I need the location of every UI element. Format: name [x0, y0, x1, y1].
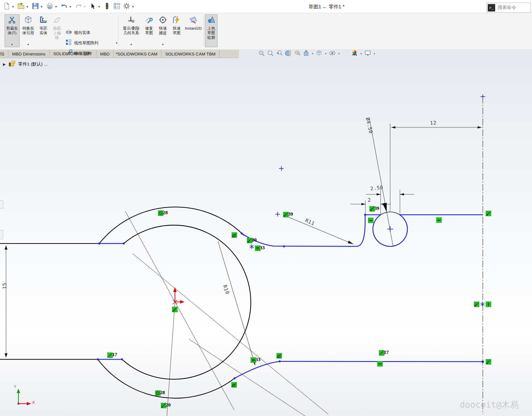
zoom-area-button[interactable]: [266, 50, 275, 57]
dropdown-arrow-icon[interactable]: ▼: [115, 52, 118, 55]
save-dropdown-arrow[interactable]: ▼: [40, 5, 43, 8]
relation-marker-hline[interactable]: [368, 218, 373, 223]
relation-marker-coincident[interactable]: [486, 359, 491, 365]
relation-marker-coincident[interactable]: [474, 302, 479, 307]
hide-show-items-icon: [329, 50, 336, 58]
rebuild-traffic-light-button[interactable]: [102, 2, 112, 11]
axis-label-x: X: [32, 400, 35, 405]
undo-icon: [60, 2, 68, 11]
relation-marker-coincident[interactable]: [172, 307, 178, 312]
open-file-button[interactable]: [16, 2, 26, 11]
relation-marker-tangent[interactable]: [231, 382, 237, 388]
display-style-button[interactable]: [315, 50, 324, 57]
surface-offset-icon: [53, 16, 61, 25]
command-tab[interactable]: 评估: [0, 50, 8, 58]
command-tab[interactable]: SOLIDWORKS CAM TBM: [161, 50, 220, 58]
dropdown-arrow-icon[interactable]: ▼: [162, 43, 164, 46]
svg-text:A: A: [297, 51, 299, 54]
dropdown-arrow-icon[interactable]: ▼: [11, 43, 14, 46]
ribbon-button-shaded-sketch-contours[interactable]: 上色 草图 轮廓: [205, 14, 218, 47]
apply-scene-button[interactable]: [350, 50, 359, 57]
dropdown-arrow-icon[interactable]: ▼: [130, 43, 133, 46]
feature-tree-root[interactable]: ▶ 零件1 (默认) ...: [3, 60, 47, 68]
ribbon-button-offset-entities[interactable]: 等距 实体: [37, 14, 50, 47]
undo-button[interactable]: [59, 2, 69, 11]
search-commands-box[interactable]: >_ 搜索命令: [486, 3, 531, 13]
solidworks-window: 122.50215R11R10Ø4.50 2820333939172820331…: [0, 0, 532, 416]
new-document-button[interactable]: [2, 2, 12, 11]
edit-appearance-button[interactable]: [341, 50, 350, 57]
relation-marker-hline[interactable]: [377, 361, 383, 367]
ribbon-button-trim-entities[interactable]: 剪裁实 体(T)▼: [5, 14, 20, 47]
dropdown-arrow-icon[interactable]: ▼: [115, 42, 118, 45]
hide-show-items-dropdown-arrow[interactable]: ▼: [338, 52, 340, 55]
new-document-dropdown-arrow[interactable]: ▼: [12, 5, 14, 8]
dropdown-arrow-icon[interactable]: ▼: [27, 43, 30, 46]
dimension-label[interactable]: 12: [430, 120, 437, 126]
search-commands-icon: >_: [488, 4, 495, 11]
apply-scene-dropdown-arrow[interactable]: ▼: [360, 52, 363, 55]
view-orientation-icon: [303, 50, 310, 58]
view-settings-dropdown-arrow[interactable]: ▼: [373, 52, 376, 55]
relation-marker-hline[interactable]: [436, 217, 442, 223]
relation-marker-tangent[interactable]: [277, 353, 282, 359]
undo-dropdown-arrow[interactable]: ▼: [69, 5, 72, 8]
mirror-entities-icon: [65, 28, 73, 37]
settings-gear-dropdown-arrow[interactable]: ▼: [131, 5, 134, 8]
ribbon-button-instant2d[interactable]: Instant2D: [184, 14, 203, 47]
edit-appearance-icon: [342, 50, 349, 58]
part-tree-item-label[interactable]: 零件1 (默认) ...: [18, 61, 47, 67]
view-orientation-button[interactable]: [302, 50, 310, 57]
relation-marker-count: 20: [252, 237, 257, 243]
linear-pattern-icon: [65, 39, 73, 47]
ribbon-button-surface-offset[interactable]: 曲面 上偏 移: [51, 14, 63, 47]
relation-marker-coincident[interactable]: [486, 211, 491, 216]
options-list-button[interactable]: [112, 2, 122, 11]
vbar-icon: [486, 302, 491, 307]
command-tab[interactable]: SOLIDWORKS CAM: [114, 50, 161, 58]
ribbon-button-linear-pattern[interactable]: 线性草图阵列▼: [65, 38, 118, 48]
tangent-icon: [232, 232, 237, 238]
ribbon-button-repair-sketch[interactable]: 修复 草图: [143, 14, 155, 47]
ribbon-button-label: 镜向实体: [74, 30, 90, 35]
previous-view-button[interactable]: [275, 50, 284, 57]
redo-dropdown-arrow[interactable]: ▼: [83, 5, 86, 8]
save-button[interactable]: [30, 2, 40, 11]
ribbon-button-display-relations[interactable]: 显示/删除 几何关系▼: [121, 14, 142, 47]
ribbon-button-rapid-sketch[interactable]: 快速 草图: [170, 14, 183, 47]
ribbon-button-quick-snap[interactable]: 快速 捕捉▼: [157, 14, 169, 47]
ribbon-button-mirror-entities[interactable]: 镜向实体: [65, 28, 118, 38]
instant2d-icon: [189, 16, 198, 25]
select-cursor-dropdown-arrow[interactable]: ▼: [98, 5, 100, 8]
dimension-label[interactable]: 2: [367, 197, 371, 203]
left-panel-tab[interactable]: [0, 230, 3, 239]
zoom-fit-button[interactable]: [257, 50, 266, 57]
section-view-button[interactable]: [284, 50, 293, 57]
options-list-icon: [113, 2, 121, 11]
relation-marker-count: 28: [163, 210, 168, 216]
dynamic-annotation-view-button[interactable]: A: [293, 50, 302, 57]
select-cursor-button[interactable]: [88, 2, 98, 11]
redo-button[interactable]: [74, 2, 83, 11]
settings-gear-button[interactable]: [122, 2, 131, 11]
dimension-label[interactable]: 15: [1, 282, 7, 289]
open-file-dropdown-arrow[interactable]: ▼: [26, 5, 29, 8]
relation-marker-vbar[interactable]: [486, 302, 491, 307]
relation-marker-tangent[interactable]: [232, 232, 237, 238]
command-tab[interactable]: MBD Dimensions: [8, 50, 49, 58]
hline-icon: [377, 361, 383, 367]
graphics-area[interactable]: [0, 49, 532, 416]
save-icon: [32, 2, 39, 11]
view-settings-button[interactable]: [363, 50, 372, 57]
print-button[interactable]: [45, 2, 55, 11]
tree-expander-icon[interactable]: ▶: [3, 62, 6, 66]
ribbon-button-move-entities[interactable]: 移动实体▼: [65, 49, 118, 58]
ribbon-button-convert-entities[interactable]: 转换实 体引用▼: [21, 14, 36, 47]
ribbon-button-label: Instant2D: [185, 26, 202, 31]
hline-icon: [368, 218, 373, 223]
display-style-dropdown-arrow[interactable]: ▼: [325, 52, 327, 55]
hide-show-items-button[interactable]: [328, 50, 337, 57]
view-orientation-dropdown-arrow[interactable]: ▼: [311, 52, 314, 55]
print-dropdown-arrow[interactable]: ▼: [55, 5, 58, 8]
left-panel-tab[interactable]: [0, 200, 3, 208]
